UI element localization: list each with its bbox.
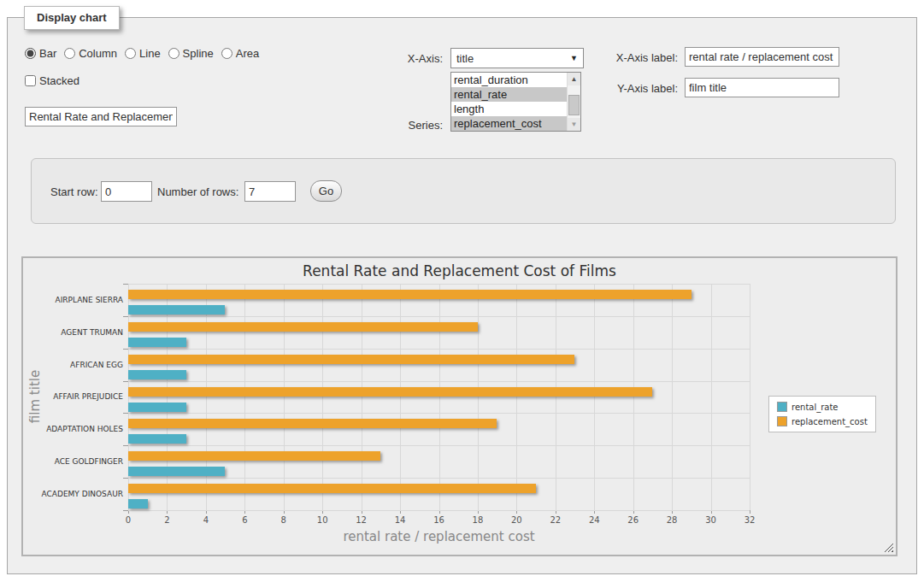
replacement-cost-swatch-icon bbox=[777, 416, 787, 426]
bar-replacement_cost[interactable] bbox=[128, 451, 380, 461]
y-axis-label-input[interactable] bbox=[685, 78, 839, 97]
x-tick-label: 6 bbox=[232, 515, 257, 525]
y-tick-mark bbox=[123, 478, 128, 479]
scroll-up-icon[interactable]: ▲ bbox=[568, 73, 580, 85]
gridline bbox=[244, 284, 245, 510]
gridline bbox=[128, 413, 750, 414]
bar-rental_rate[interactable] bbox=[128, 370, 186, 379]
chart-type-radio[interactable] bbox=[168, 48, 180, 59]
gridline bbox=[400, 284, 401, 510]
bar-rental_rate[interactable] bbox=[128, 434, 186, 444]
chart-type-option-label: Area bbox=[236, 47, 259, 60]
chart-type-option-label: Spline bbox=[183, 47, 214, 60]
chart-container: Rental Rate and Replacement Cost of Film… bbox=[21, 256, 898, 556]
bar-rental_rate[interactable] bbox=[128, 467, 225, 476]
x-tick-label: 0 bbox=[115, 515, 141, 525]
gridline bbox=[128, 445, 750, 446]
chart-type-option-label: Line bbox=[139, 47, 161, 60]
y-tick-mark bbox=[123, 510, 128, 511]
stacked-row: Stacked bbox=[25, 74, 79, 87]
x-axis-select-label: X-Axis: bbox=[368, 52, 443, 65]
x-tick-label: 10 bbox=[309, 515, 335, 525]
series-listbox-scrollbar[interactable]: ▲ ▼ bbox=[567, 73, 580, 131]
gridline bbox=[128, 478, 750, 479]
gridline bbox=[167, 284, 168, 510]
gridline bbox=[128, 381, 750, 382]
bar-replacement_cost[interactable] bbox=[128, 355, 574, 364]
category-label: ACADEMY DINOSAUR bbox=[3, 489, 123, 499]
bar-replacement_cost[interactable] bbox=[128, 290, 692, 299]
x-axis-label-input[interactable] bbox=[685, 47, 839, 67]
gridline bbox=[711, 284, 712, 510]
x-tick-label: 4 bbox=[193, 515, 219, 525]
x-axis-select[interactable]: title ▼ bbox=[450, 48, 584, 68]
y-tick-mark bbox=[123, 349, 128, 350]
bar-rental_rate[interactable] bbox=[128, 305, 225, 315]
x-tick-label: 20 bbox=[503, 515, 529, 525]
chart-type-radio[interactable] bbox=[221, 48, 232, 59]
bar-replacement_cost[interactable] bbox=[128, 484, 536, 493]
chart-type-option-label: Bar bbox=[39, 47, 56, 60]
chart-type-option-bar[interactable]: Bar bbox=[25, 47, 56, 60]
category-label: ACE GOLDFINGER bbox=[3, 456, 123, 467]
category-label: AIRPLANE SIERRA bbox=[3, 295, 123, 305]
bar-rental_rate[interactable] bbox=[128, 338, 186, 347]
gridline bbox=[556, 284, 556, 510]
chart-title-input[interactable] bbox=[25, 107, 177, 126]
bar-rental_rate[interactable] bbox=[128, 499, 148, 509]
plot-area: 02468101214161820222426283032AIRPLANE SI… bbox=[128, 284, 750, 510]
fieldset-legend: Display chart bbox=[24, 6, 120, 30]
series-listbox[interactable]: rental_durationrental_ratelengthreplacem… bbox=[450, 72, 581, 132]
y-axis-title: film title bbox=[27, 370, 43, 423]
series-option[interactable]: rental_duration bbox=[451, 73, 567, 87]
series-option[interactable]: length bbox=[451, 102, 567, 116]
chart-type-radio[interactable] bbox=[125, 48, 136, 59]
number-of-rows-input[interactable] bbox=[244, 181, 296, 202]
series-options: rental_durationrental_ratelengthreplacem… bbox=[451, 73, 567, 131]
chevron-down-icon: ▼ bbox=[570, 54, 578, 62]
bar-replacement_cost[interactable] bbox=[128, 419, 497, 428]
gridline bbox=[128, 510, 750, 511]
resize-grip-icon[interactable] bbox=[884, 543, 893, 552]
gridline bbox=[516, 284, 517, 510]
chart-type-option-spline[interactable]: Spline bbox=[168, 47, 214, 60]
category-label: AGENT TRUMAN bbox=[3, 327, 123, 338]
rows-panel: Start row: Number of rows: Go bbox=[31, 158, 896, 224]
legend-item[interactable]: replacement_cost bbox=[777, 416, 868, 426]
chart-type-option-area[interactable]: Area bbox=[221, 47, 259, 60]
legend-label: rental_rate bbox=[792, 403, 839, 412]
bar-rental_rate[interactable] bbox=[128, 403, 186, 412]
page: Display chart BarColumnLineSplineArea St… bbox=[0, 0, 924, 582]
gridline bbox=[128, 284, 129, 510]
bar-replacement_cost[interactable] bbox=[128, 322, 478, 332]
x-tick-label: 26 bbox=[621, 515, 646, 525]
chart-type-option-line[interactable]: Line bbox=[125, 47, 161, 60]
x-axis-title: rental rate / replacement cost bbox=[128, 529, 750, 544]
x-tick-label: 2 bbox=[154, 515, 180, 525]
start-row-label: Start row: bbox=[50, 185, 98, 198]
chart-type-option-column[interactable]: Column bbox=[64, 47, 117, 60]
chart-type-option-label: Column bbox=[79, 47, 117, 60]
x-tick-label: 18 bbox=[465, 515, 491, 525]
series-select-label: Series: bbox=[368, 119, 443, 132]
chart-type-radio[interactable] bbox=[25, 48, 36, 59]
start-row-input[interactable] bbox=[101, 181, 152, 202]
series-option[interactable]: rental_rate bbox=[451, 87, 567, 102]
x-tick-label: 32 bbox=[737, 515, 762, 525]
legend-item[interactable]: rental_rate bbox=[777, 402, 868, 412]
x-tick-label: 16 bbox=[427, 515, 452, 525]
scrollbar-thumb[interactable] bbox=[568, 95, 580, 115]
stacked-option[interactable]: Stacked bbox=[25, 74, 79, 87]
y-axis-label-label: Y-Axis label: bbox=[590, 82, 678, 95]
gridline bbox=[439, 284, 440, 510]
stacked-checkbox[interactable] bbox=[25, 75, 36, 86]
series-option[interactable]: replacement_cost bbox=[451, 116, 567, 131]
go-button[interactable]: Go bbox=[310, 180, 342, 202]
scroll-down-icon[interactable]: ▼ bbox=[568, 118, 580, 131]
chart-type-radio[interactable] bbox=[64, 48, 75, 59]
x-tick-label: 8 bbox=[271, 515, 297, 525]
gridline bbox=[128, 316, 750, 317]
bar-replacement_cost[interactable] bbox=[128, 387, 652, 397]
x-tick-label: 12 bbox=[349, 515, 374, 525]
gridline bbox=[362, 284, 362, 510]
